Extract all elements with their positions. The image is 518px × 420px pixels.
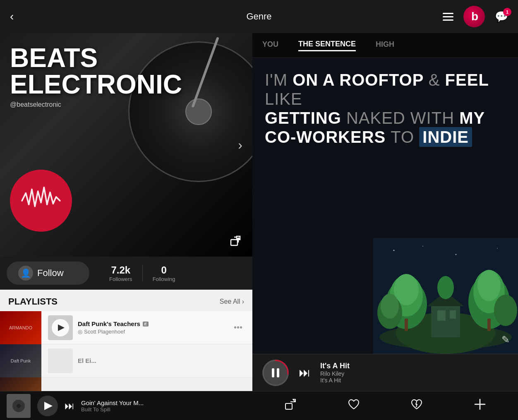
lyrics-text: I'M ON A ROOFTOP & FEEL LIKE GETTING NAK… <box>265 70 506 146</box>
skip-forward-button[interactable]: ⏭ <box>299 366 310 379</box>
play-icon <box>44 402 53 410</box>
bottom-artist: Built To Spill <box>81 406 259 413</box>
bottom-track-name: Goin' Against Your M... <box>81 399 259 406</box>
bottom-add-button[interactable] <box>473 398 487 414</box>
tab-the-sentence[interactable]: THE SENTENCE <box>298 40 356 51</box>
playlists-header: PLAYLISTS See All › <box>0 290 252 311</box>
share-icon <box>284 398 297 411</box>
playlists-with-thumbs: ARMANDO Daft Punk <box>0 311 252 391</box>
lyrics-dim-3: LIKE <box>265 90 302 108</box>
page-title: Genre <box>246 11 271 22</box>
broken-heart-icon <box>410 398 423 411</box>
share-button[interactable] <box>229 234 242 250</box>
creator-icon: ◎ <box>78 329 82 335</box>
playlist-info: Daft Punk's Teachers E ◎ Scott Plagenhoe… <box>78 320 225 335</box>
pause-button[interactable] <box>262 360 289 386</box>
bottom-dislike-button[interactable] <box>410 398 423 414</box>
share-icon <box>229 234 242 247</box>
left-panel: BEATSELECTRONIC @beatselectronic › <box>0 33 252 391</box>
svg-rect-1 <box>231 240 237 245</box>
tab-high[interactable]: HIGH <box>376 40 394 50</box>
lyrics-bright-3: GETTING <box>265 109 346 127</box>
lyrics-highlighted: INDIE <box>419 127 472 147</box>
see-all-arrow: › <box>242 298 244 305</box>
bottom-bar: ⏭ Goin' Against Your M... Built To Spill <box>0 391 518 420</box>
heart-icon <box>347 398 360 411</box>
tab-you[interactable]: YOU <box>262 40 278 50</box>
playlist-more-button[interactable]: ••• <box>230 323 246 332</box>
playlist-thumbnail <box>48 348 73 373</box>
hamburger-menu-button[interactable] <box>443 13 453 21</box>
play-triangle-icon <box>58 324 65 331</box>
hamburger-line <box>443 13 453 14</box>
bottom-share-button[interactable] <box>284 398 297 414</box>
lyrics-dim-2: & <box>429 71 445 89</box>
lyrics-dim-1: I'M <box>265 71 293 89</box>
track-album: It's A Hit <box>320 377 508 384</box>
follow-button[interactable]: 👤 Follow <box>7 262 89 285</box>
playlist-info: El Ei... <box>78 357 246 364</box>
content-area: I'M ON A ROOFTOP & FEEL LIKE GETTING NAK… <box>252 58 518 354</box>
thumb-mini-1: ARMANDO <box>0 311 41 344</box>
playlist-thumbnail <box>48 315 73 340</box>
playlist-creator-name: Scott Plagenhoef <box>84 329 125 335</box>
right-panel: YOU THE SENTENCE HIGH I'M ON A ROOFTOP &… <box>252 33 518 391</box>
profile-hero-content: BEATSELECTRONIC @beatselectronic › <box>0 33 252 257</box>
svg-rect-30 <box>285 403 292 409</box>
messages-button[interactable]: 💬 1 <box>495 10 508 23</box>
see-all-link[interactable]: See All › <box>220 298 244 305</box>
see-all-label: See All <box>220 298 240 305</box>
lyrics-dim-5: WITH <box>410 109 459 127</box>
bottom-skip-button[interactable]: ⏭ <box>65 400 74 412</box>
playlist-play-button[interactable] <box>52 319 69 336</box>
playlist-name: El Ei... <box>78 357 246 364</box>
profile-name: BEATSELECTRONIC <box>10 45 242 98</box>
following-stat: 0 Following <box>143 264 185 282</box>
explicit-badge: E <box>143 322 149 326</box>
profile-avatar <box>10 170 72 232</box>
lyrics-dim-6: TO <box>391 128 419 146</box>
beats-logo-circle: b <box>463 6 485 27</box>
messages-badge: 1 <box>503 8 511 16</box>
playlist-creator: ◎ Scott Plagenhoef <box>78 329 225 335</box>
user-icon: 👤 <box>18 266 33 281</box>
top-navigation: ‹ Genre b 💬 1 <box>0 0 518 33</box>
playlist-name-text: El Ei... <box>78 357 96 364</box>
lyrics-overlay: I'M ON A ROOFTOP & FEEL LIKE GETTING NAK… <box>252 58 518 354</box>
track-artist: Rilo Kiley <box>320 370 508 377</box>
playlists-title: PLAYLISTS <box>8 296 58 307</box>
waveform-icon <box>18 178 64 223</box>
playlists-section: PLAYLISTS See All › ARMANDO Daft Punk <box>0 290 252 391</box>
bottom-thumb-art <box>7 394 31 418</box>
playlist-item: Daft Punk's Teachers E ◎ Scott Plagenhoe… <box>41 311 252 344</box>
hamburger-line <box>443 16 453 17</box>
now-playing-right: ⏭ It's A Hit Rilo Kiley It's A Hit <box>252 354 518 391</box>
playlist-items: Daft Punk's Teachers E ◎ Scott Plagenhoe… <box>41 311 252 391</box>
bottom-left-controls: ⏭ Goin' Against Your M... Built To Spill <box>7 394 259 418</box>
followers-stat: 7.2k Followers <box>99 264 142 282</box>
bottom-right-controls <box>259 398 511 414</box>
lyrics-bright-4: MY <box>459 109 485 127</box>
left-thumb-stack: ARMANDO Daft Punk <box>0 311 41 391</box>
thumb-mini-3 <box>0 377 41 391</box>
track-info: It's A Hit Rilo Kiley It's A Hit <box>320 362 508 384</box>
playlist-name-text: Daft Punk's Teachers <box>78 320 140 327</box>
lyrics-bright-1: ON A ROOFTOP <box>293 71 423 89</box>
followers-label: Followers <box>109 276 132 282</box>
beats-logo-b: b <box>471 10 478 23</box>
edit-button[interactable]: ✎ <box>501 334 510 346</box>
thumb-mini-2: Daft Punk <box>0 344 41 377</box>
lyrics-bright-2: FEEL <box>445 71 489 89</box>
back-button[interactable]: ‹ <box>10 10 14 23</box>
bottom-play-button[interactable] <box>37 396 58 416</box>
following-count: 0 <box>153 264 175 276</box>
following-label: Following <box>153 276 175 282</box>
bottom-album-thumb <box>7 394 31 418</box>
track-name: It's A Hit <box>320 362 508 370</box>
next-arrow-button[interactable]: › <box>238 137 242 153</box>
svg-point-29 <box>17 404 21 408</box>
hamburger-line <box>443 19 453 21</box>
bottom-like-button[interactable] <box>347 398 360 414</box>
thumb-label-1: ARMANDO <box>7 324 34 332</box>
plus-icon <box>473 398 487 411</box>
